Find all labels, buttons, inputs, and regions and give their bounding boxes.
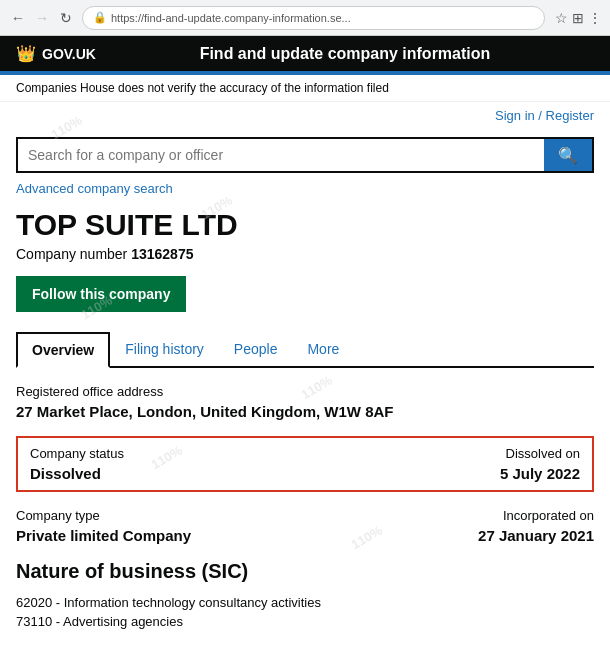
- company-number-value: 13162875: [131, 246, 193, 262]
- company-status-value: Dissolved: [30, 465, 420, 482]
- url-text: https://find-and-update.company-informat…: [111, 12, 351, 24]
- sign-in-link[interactable]: Sign in / Register: [495, 108, 594, 123]
- incorporated-on-label: Incorporated on: [434, 508, 594, 523]
- gov-title: Find and update company information: [96, 45, 594, 63]
- warning-text: Companies House does not verify the accu…: [16, 81, 389, 95]
- company-type-label: Company type: [16, 508, 434, 523]
- search-icon: 🔍: [558, 146, 578, 165]
- sic-item-2: 73110 - Advertising agencies: [16, 614, 594, 629]
- registered-office-value: 27 Market Place, London, United Kingdom,…: [16, 403, 594, 420]
- gov-header: 👑 GOV.UK Find and update company informa…: [0, 36, 610, 71]
- company-number-row: Company number 13162875: [16, 246, 594, 262]
- nature-heading: Nature of business (SIC): [16, 560, 594, 583]
- bookmark-icon[interactable]: ☆: [555, 10, 568, 26]
- browser-chrome: ← → ↻ 🔒 https://find-and-update.company-…: [0, 0, 610, 36]
- browser-icons: ☆ ⊞ ⋮: [555, 10, 602, 26]
- dissolved-date-value: 5 July 2022: [444, 465, 580, 482]
- company-status-box: Company status Dissolved Dissolved on 5 …: [16, 436, 594, 492]
- company-status-label: Company status: [30, 446, 420, 461]
- company-name: TOP SUITE LTD: [16, 208, 594, 242]
- advanced-search-link[interactable]: Advanced company search: [16, 181, 594, 196]
- extension-icon[interactable]: ⊞: [572, 10, 584, 26]
- tab-more[interactable]: More: [292, 332, 354, 366]
- registered-office-label: Registered office address: [16, 384, 594, 399]
- search-container: 🔍: [16, 137, 594, 173]
- search-button[interactable]: 🔍: [544, 139, 592, 171]
- sign-in-row: Sign in / Register: [16, 102, 594, 129]
- warning-banner: Companies House does not verify the accu…: [0, 75, 610, 102]
- status-left: Company status Dissolved: [18, 438, 432, 490]
- sic-item-1: 62020 - Information technology consultan…: [16, 595, 594, 610]
- company-type-left: Company type Private limited Company: [16, 508, 434, 544]
- search-input[interactable]: [18, 139, 544, 171]
- gov-logo: 👑 GOV.UK: [16, 44, 96, 63]
- company-type-right: Incorporated on 27 January 2021: [434, 508, 594, 544]
- nav-buttons: ← → ↻: [8, 8, 76, 28]
- menu-icon[interactable]: ⋮: [588, 10, 602, 26]
- back-button[interactable]: ←: [8, 8, 28, 28]
- company-type-row: Company type Private limited Company Inc…: [16, 508, 594, 544]
- tab-overview[interactable]: Overview: [16, 332, 110, 368]
- gov-logo-text: GOV.UK: [42, 46, 96, 62]
- tabs-bar: Overview Filing history People More: [16, 332, 594, 368]
- lock-icon: 🔒: [93, 11, 107, 24]
- tab-filing-history[interactable]: Filing history: [110, 332, 219, 366]
- dissolved-on-label: Dissolved on: [444, 446, 580, 461]
- main-content: Sign in / Register 🔍 Advanced company se…: [0, 102, 610, 629]
- crown-icon: 👑: [16, 44, 36, 63]
- company-number-label: Company number: [16, 246, 127, 262]
- status-right: Dissolved on 5 July 2022: [432, 438, 592, 490]
- follow-company-button[interactable]: Follow this company: [16, 276, 186, 312]
- forward-button[interactable]: →: [32, 8, 52, 28]
- address-bar[interactable]: 🔒 https://find-and-update.company-inform…: [82, 6, 545, 30]
- refresh-button[interactable]: ↻: [56, 8, 76, 28]
- incorporated-date-value: 27 January 2021: [434, 527, 594, 544]
- company-type-value: Private limited Company: [16, 527, 434, 544]
- tab-people[interactable]: People: [219, 332, 293, 366]
